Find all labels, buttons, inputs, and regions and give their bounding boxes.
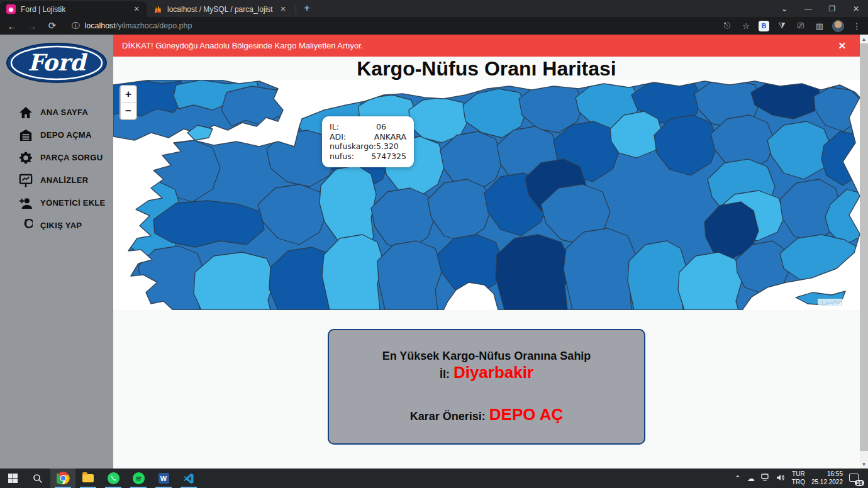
alert-close-icon[interactable]: ✕ <box>833 40 851 52</box>
chart-board-icon <box>19 174 33 187</box>
tab-close-icon[interactable]: ✕ <box>278 4 288 14</box>
share-icon[interactable]: ⎋ <box>721 21 733 31</box>
volume-icon[interactable] <box>776 474 786 484</box>
zoom-out-button[interactable]: − <box>121 103 136 119</box>
network-icon[interactable] <box>761 474 770 483</box>
browser-tabstrip: ◉ Ford | Lojistik ✕ localhost / MySQL / … <box>0 0 868 17</box>
tab-title: Ford | Lojistik <box>21 5 126 14</box>
gear-icon <box>19 151 33 165</box>
sidebar-item-yonetici-ekle[interactable]: YÖNETİCİ EKLE <box>19 194 113 211</box>
sidebar-item-ana-sayfa[interactable]: ANA SAYFA <box>19 104 113 121</box>
zoom-in-button[interactable]: + <box>121 86 136 103</box>
bookmark-star-icon[interactable]: ☆ <box>740 21 752 31</box>
windows-logo-icon <box>8 474 18 483</box>
tab-title: localhost / MySQL / parca_lojistik <box>167 5 273 14</box>
kebab-menu-icon[interactable]: ⋮ <box>850 21 863 31</box>
forward-icon[interactable]: → <box>25 21 39 31</box>
page-title: Kargo-Nüfus Oranı Haritasi <box>113 57 860 80</box>
profile-avatar[interactable] <box>832 20 844 32</box>
map-attribution: Leaflet <box>818 299 846 308</box>
sidebar-item-analizler[interactable]: ANALİZLER <box>19 172 113 189</box>
province-layer <box>113 80 860 310</box>
power-icon <box>19 219 33 233</box>
taskbar-chrome-button[interactable] <box>50 469 75 488</box>
system-tray: ⌃ ☁ TUR TRQ 16:55 25.12.2022 16 <box>735 469 868 488</box>
tray-time: 16:55 <box>811 470 843 479</box>
windows-start-button[interactable] <box>0 469 25 488</box>
url-path: /yilmazhoca/depo.php <box>116 21 192 30</box>
result-box: En Yüksek Kargo-Nüfus Oranına Sahip İl:D… <box>328 329 645 445</box>
decision-value: DEPO AÇ <box>489 405 564 424</box>
desktop: ◉ Ford | Lojistik ✕ localhost / MySQL / … <box>0 0 868 488</box>
result-area: En Yüksek Kargo-Nüfus Oranına Sahip İl:D… <box>113 310 860 469</box>
chevron-up-icon[interactable]: ⌃ <box>735 474 741 483</box>
sidebar-item-cikis-yap[interactable]: ÇIKIŞ YAP <box>19 217 113 234</box>
alert-text: DİKKAT! Güneydoğu Anadolu Bölgesinde Kar… <box>122 41 363 50</box>
cast-icon[interactable]: ⎚ <box>794 21 807 31</box>
sidebar-item-depo-acma[interactable]: DEPO AÇMA <box>19 126 113 143</box>
home-icon <box>19 106 33 119</box>
vscode-icon <box>183 473 194 484</box>
turkey-choropleth-map[interactable]: + − IL:06 ADI:ANKARA nufuskargo:5.320 nu… <box>113 80 860 310</box>
whatsapp-icon <box>108 472 120 484</box>
map-tooltip: IL:06 ADI:ANKARA nufuskargo:5.320 nufus:… <box>322 116 414 167</box>
highest-ratio-line: En Yüksek Kargo-Nüfus Oranına Sahip İl:D… <box>342 350 632 382</box>
restore-button[interactable]: ❐ <box>820 0 844 17</box>
taskbar-file-explorer-button[interactable] <box>75 469 101 488</box>
vertical-scrollbar[interactable]: ▲ ▼ <box>860 35 868 469</box>
new-tab-button[interactable]: + <box>299 0 315 16</box>
tab-close-icon[interactable]: ✕ <box>131 4 142 14</box>
scrollbar-thumb[interactable] <box>860 43 868 451</box>
person-add-icon <box>19 197 33 209</box>
page-content: Ford ANA SAYFA DEPO AÇMA PARÇA SORGU <box>0 35 868 469</box>
chevron-down-icon[interactable]: ⌄ <box>772 0 796 17</box>
taskbar-whatsapp-button[interactable] <box>101 469 126 488</box>
extension-b-icon[interactable]: B <box>759 21 769 31</box>
chrome-icon <box>57 472 70 485</box>
laragon-icon: ◉ <box>6 4 16 14</box>
main-area: DİKKAT! Güneydoğu Anadolu Bölgesinde Kar… <box>113 35 860 469</box>
ford-logo: Ford <box>6 42 108 86</box>
taskbar-spotify-button[interactable] <box>126 469 151 488</box>
scroll-down-arrow[interactable]: ▼ <box>860 460 868 469</box>
notification-badge: 16 <box>855 480 864 486</box>
spotify-icon <box>133 472 145 484</box>
taskbar-word-button[interactable]: W <box>151 469 176 488</box>
close-button[interactable]: ✕ <box>844 0 868 17</box>
clock[interactable]: 16:55 25.12.2022 <box>811 470 843 486</box>
sidebar: Ford ANA SAYFA DEPO AÇMA PARÇA SORGU <box>0 35 113 469</box>
decision-line: Karar Önerisi:DEPO AÇ <box>342 405 632 424</box>
word-icon: W <box>159 473 169 484</box>
windows-taskbar: W ⌃ ☁ TUR TRQ 16:55 25.12.2022 16 <box>0 469 868 488</box>
file-explorer-icon <box>82 474 94 482</box>
sidebar-menu: ANA SAYFA DEPO AÇMA PARÇA SORGU ANALİZLE… <box>0 104 113 234</box>
svg-text:Ford: Ford <box>28 49 88 75</box>
scroll-up-arrow[interactable]: ▲ <box>860 35 868 43</box>
language-indicator[interactable]: TUR TRQ <box>792 470 805 486</box>
address-bar[interactable]: ⓘ localhost/yilmazhoca/depo.php <box>65 19 715 33</box>
minimize-button[interactable]: — <box>796 0 820 17</box>
map-zoom-control: + − <box>120 85 137 120</box>
taskbar-search-button[interactable] <box>25 469 50 488</box>
reload-icon[interactable]: ⟳ <box>45 20 59 31</box>
map-canvas <box>113 80 860 310</box>
side-panel-icon[interactable]: ▥ <box>813 21 826 31</box>
back-icon[interactable]: ← <box>5 21 19 31</box>
tab-ford-lojistik[interactable]: ◉ Ford | Lojistik ✕ <box>0 1 147 17</box>
site-info-icon[interactable]: ⓘ <box>72 21 80 31</box>
warehouse-icon <box>19 129 33 141</box>
search-icon <box>33 474 43 484</box>
sidebar-item-parca-sorgu[interactable]: PARÇA SORGU <box>19 149 113 166</box>
window-controls: ⌄ — ❐ ✕ <box>772 0 868 17</box>
tab-separator <box>296 5 296 14</box>
extensions-puzzle-icon[interactable]: ⧩ <box>776 21 788 31</box>
tab-phpmyadmin[interactable]: localhost / MySQL / parca_lojistik ✕ <box>147 1 293 17</box>
browser-toolbar: ← → ⟳ ⓘ localhost/yilmazhoca/depo.php ⎋ … <box>0 17 868 35</box>
onedrive-cloud-icon[interactable]: ☁ <box>747 474 755 483</box>
notification-center[interactable]: 16 <box>849 473 863 484</box>
taskbar-vscode-button[interactable] <box>176 469 201 488</box>
alert-banner: DİKKAT! Güneydoğu Anadolu Bölgesinde Kar… <box>113 35 860 57</box>
tray-date: 25.12.2022 <box>811 479 843 487</box>
phpmyadmin-icon <box>153 4 162 14</box>
highest-ratio-city: Diyarbakir <box>453 363 533 382</box>
